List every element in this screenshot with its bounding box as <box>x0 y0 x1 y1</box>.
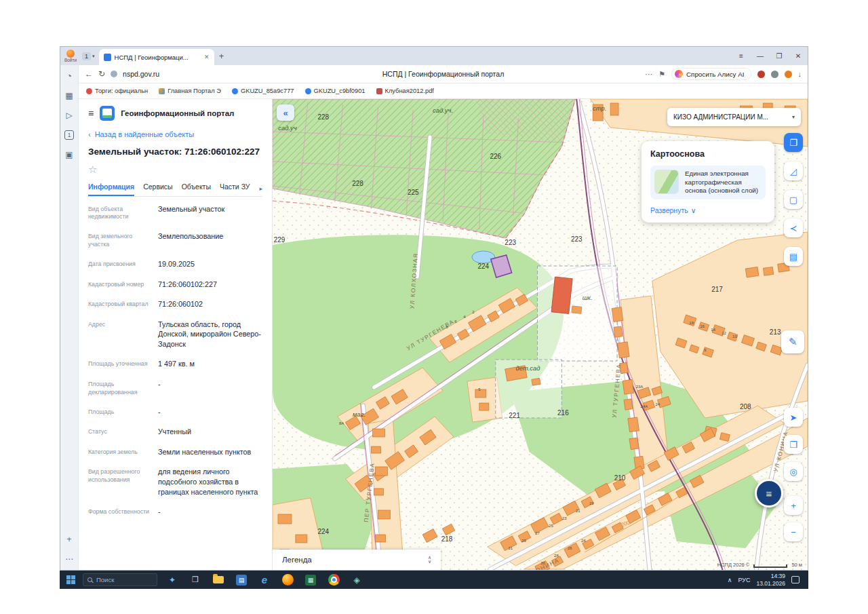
extension-icon[interactable] <box>771 71 778 78</box>
screenshot-icon[interactable]: ▣ <box>65 150 73 159</box>
extension-icon[interactable] <box>785 71 792 78</box>
layers-icon[interactable]: ❐ <box>784 133 803 152</box>
field-value: - <box>158 507 262 517</box>
scale-label: 50 м <box>791 562 802 568</box>
collapse-panel-button[interactable]: « <box>277 104 294 121</box>
expand-link[interactable]: Развернуть ∨ <box>650 206 766 214</box>
map-label: 24 <box>581 539 586 543</box>
word-app-icon[interactable]: ▤ <box>233 572 250 588</box>
print-icon[interactable]: ▤ <box>784 247 803 266</box>
start-button[interactable] <box>66 575 76 585</box>
ask-alice-button[interactable]: Спросить Алису AI <box>671 68 751 80</box>
map-label: 16 <box>700 324 705 328</box>
field-label: Адрес <box>88 320 151 349</box>
clock[interactable]: 14:39 13.01.2026 <box>756 573 785 586</box>
extension-icon[interactable] <box>757 71 765 78</box>
close-button[interactable]: ✕ <box>789 47 808 65</box>
map-label: 19 <box>589 501 594 505</box>
excel-icon[interactable]: ▦ <box>302 572 319 588</box>
field-value: - <box>158 379 262 397</box>
frame-icon[interactable]: ❒ <box>784 435 803 454</box>
legend-bar[interactable]: Легенда ∧ ∨ <box>273 550 441 570</box>
field-row: Площадь декларированная- <box>88 374 262 402</box>
tab-group-chip[interactable]: 1 ▾ <box>82 47 95 65</box>
layer-select-dropdown[interactable]: КИЗО АДМИНИСТРАЦИИ М... ▾ <box>667 108 801 126</box>
measure-icon[interactable]: ◿ <box>784 161 803 180</box>
tab-close-icon[interactable]: ✕ <box>204 54 210 60</box>
draw-icon[interactable]: ✎ <box>781 330 804 353</box>
tray-chevron-icon[interactable]: ∧ <box>728 577 732 583</box>
url-text[interactable]: nspd.gov.ru <box>123 70 159 78</box>
basemap-thumbnail <box>654 170 679 194</box>
profile-button[interactable]: Войти <box>60 47 81 65</box>
file-explorer-icon[interactable] <box>210 572 226 588</box>
bookmark-item[interactable]: Главная Портал Э <box>159 88 221 94</box>
map-label: 10 <box>732 334 737 339</box>
map-label: 213 <box>770 328 781 336</box>
tabs-scroll-button[interactable]: ▸ <box>254 185 262 196</box>
new-tab-button[interactable]: + <box>214 47 229 65</box>
map-label: 26 <box>568 546 572 550</box>
add-panel-icon[interactable]: + <box>66 535 71 544</box>
map-label: 226 <box>490 153 501 160</box>
services-icon[interactable]: ▷ <box>66 111 72 120</box>
notifications-icon[interactable] <box>791 576 800 583</box>
tab-Сервисы[interactable]: Сервисы <box>143 183 173 196</box>
bookmark-item[interactable]: GKUZU_c9bf0901 <box>305 88 366 94</box>
chat-icon[interactable]: ≡ <box>755 479 783 507</box>
zoom-area-icon[interactable]: ◎ <box>784 462 803 481</box>
zoom-out-button[interactable]: − <box>784 522 803 541</box>
field-row: Вид объекта недвижимостиЗемельный участо… <box>88 199 262 227</box>
field-value: 71:26:060102 <box>158 299 262 309</box>
bookmark-item[interactable]: GKUZU_85a9c777 <box>232 88 294 94</box>
more-icon[interactable]: ⋯ <box>65 554 73 564</box>
legend-toggle-icon[interactable]: ∧ ∨ <box>428 556 431 564</box>
tab-Информация[interactable]: Информация <box>88 183 134 196</box>
back-to-results-link[interactable]: ‹ Назад в найденные объекты <box>88 130 262 138</box>
locate-icon[interactable]: ➤ <box>784 408 803 427</box>
zoom-in-button[interactable]: + <box>784 496 803 515</box>
tab-Объекты[interactable]: Объекты <box>182 183 211 196</box>
menu-icon[interactable]: ≡ <box>88 108 94 119</box>
field-row: Площадь уточненная1 497 кв. м <box>88 354 262 375</box>
basemap-layer-item[interactable]: Единая электронная картографическая осно… <box>650 166 766 199</box>
language-indicator[interactable]: РУС <box>738 577 750 583</box>
bookmark-flag-icon[interactable]: ⚑ <box>658 70 665 79</box>
chevron-down-icon: ▾ <box>92 54 95 59</box>
maximize-button[interactable]: ❐ <box>770 47 789 65</box>
panel-tabs-row: ИнформацияСервисыОбъектыЧасти ЗУСоста ▸ <box>88 183 262 197</box>
field-label: Кадастровый номер <box>88 280 151 290</box>
bookmark-icon <box>305 88 311 94</box>
downloads-icon[interactable]: ↓ <box>798 70 802 78</box>
alice-label: Спросить Алису AI <box>686 71 744 78</box>
firefox-icon[interactable] <box>279 572 296 588</box>
bookmark-icon <box>86 88 92 94</box>
bookmarks-bar: Торги: официальн Главная Портал Э GKUZU_… <box>79 83 808 99</box>
minimize-button[interactable]: — <box>751 47 770 65</box>
bookmark-item[interactable]: Торги: официальн <box>86 88 148 94</box>
favorite-star-icon[interactable]: ☆ <box>88 164 262 176</box>
browser-menu-button[interactable]: ≡ <box>732 47 751 65</box>
chrome-icon[interactable] <box>326 572 342 588</box>
bookmark-icon <box>232 88 238 94</box>
tabs-counter[interactable]: 1 <box>64 130 74 140</box>
gis-app-icon[interactable]: ◈ <box>349 572 365 588</box>
history-icon[interactable]: ◔ <box>66 71 71 81</box>
field-label: Площадь <box>88 407 151 417</box>
browser-tab[interactable]: НСПД | Геоинформаци... ✕ <box>99 49 214 65</box>
field-label: Вид земельного участка <box>88 231 151 249</box>
share-icon[interactable]: ≺ <box>784 218 803 237</box>
field-value: 19.09.2025 <box>158 259 262 269</box>
taskbar-search[interactable]: Поиск <box>83 573 157 586</box>
collections-icon[interactable]: ▦ <box>65 91 73 100</box>
copilot-icon[interactable]: ✦ <box>164 572 180 588</box>
tab-Части ЗУ[interactable]: Части ЗУ <box>220 183 250 196</box>
extent-icon[interactable]: ▢ <box>784 190 803 209</box>
internet-explorer-icon[interactable]: e <box>256 572 273 588</box>
task-view-icon[interactable]: ❒ <box>187 572 203 588</box>
more-actions-icon[interactable]: ⋯ <box>645 70 652 79</box>
bookmark-item[interactable]: Клубная2012.pdf <box>376 88 434 94</box>
map-label: 217 <box>711 286 723 293</box>
field-label: Дата присвоения <box>88 259 151 269</box>
map-label: 8А <box>339 421 344 425</box>
